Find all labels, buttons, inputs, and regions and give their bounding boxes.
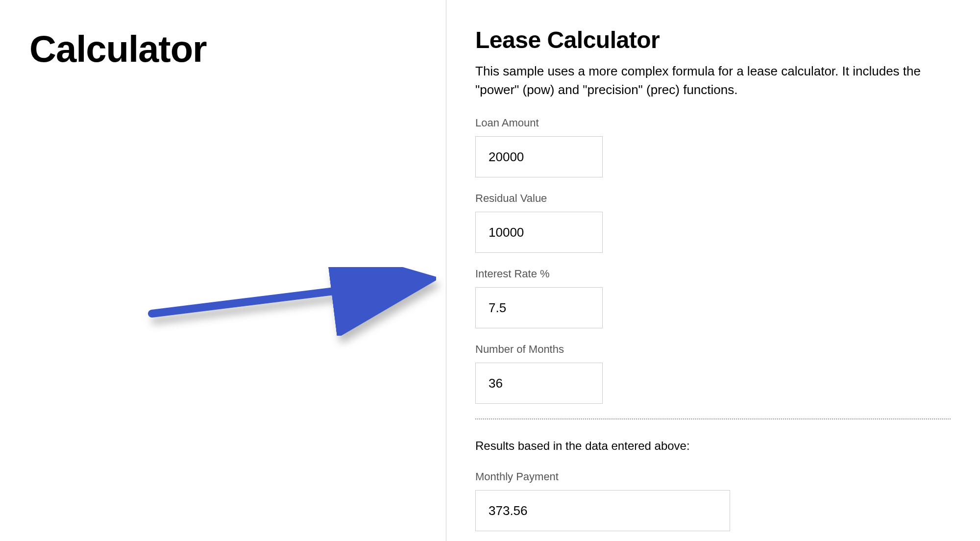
loan-amount-label: Loan Amount (475, 117, 951, 129)
loan-amount-input[interactable] (475, 136, 603, 177)
interest-rate-input[interactable] (475, 287, 603, 328)
residual-value-input[interactable] (475, 212, 603, 253)
vertical-divider (446, 0, 446, 541)
interest-rate-label: Interest Rate % (475, 268, 951, 280)
page-title: Calculator (29, 27, 446, 70)
section-divider (475, 418, 951, 419)
num-months-label: Number of Months (475, 343, 951, 356)
results-intro-text: Results based in the data entered above: (475, 439, 951, 453)
calculator-description: This sample uses a more complex formula … (475, 62, 951, 99)
num-months-input[interactable] (475, 363, 603, 404)
monthly-payment-output[interactable] (475, 490, 730, 531)
residual-value-label: Residual Value (475, 192, 951, 205)
monthly-payment-label: Monthly Payment (475, 470, 951, 483)
calculator-title: Lease Calculator (475, 26, 951, 53)
